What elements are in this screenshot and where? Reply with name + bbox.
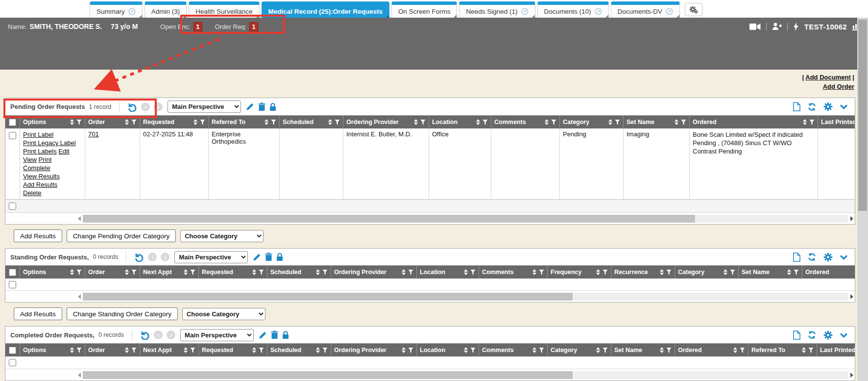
print-labels-link[interactable]: Print Labels xyxy=(23,148,57,155)
tab-admin[interactable]: Admin (3) xyxy=(145,1,187,18)
column-header[interactable]: Referred To xyxy=(209,116,280,128)
column-header[interactable]: Options xyxy=(20,116,85,128)
sort-icon[interactable] xyxy=(532,269,536,275)
select-all-checkbox[interactable] xyxy=(9,119,16,126)
popout-icon[interactable] xyxy=(521,8,529,15)
add-user-icon[interactable] xyxy=(772,23,782,30)
add-results-link[interactable]: Add Results xyxy=(23,181,57,188)
standing-choose-category-select[interactable]: Choose Category xyxy=(182,308,265,320)
column-header[interactable]: Options xyxy=(20,344,85,356)
perspective-select[interactable]: Main Perspective xyxy=(168,101,241,113)
column-header[interactable]: Requested xyxy=(199,344,267,356)
sort-icon[interactable] xyxy=(545,119,549,125)
undo-icon[interactable] xyxy=(127,102,137,112)
prev-page-button[interactable]: ‹ xyxy=(148,253,157,261)
change-pending-order-category-button[interactable]: Change Pending Order Category xyxy=(67,229,176,242)
pending-choose-category-select[interactable]: Choose Category xyxy=(180,230,264,242)
scroll-thumb[interactable] xyxy=(83,215,695,223)
column-header[interactable]: Options xyxy=(20,266,85,279)
page-vertical-scrollbar[interactable] xyxy=(857,18,868,381)
column-header[interactable]: Location xyxy=(417,266,479,279)
sort-icon[interactable] xyxy=(532,347,536,353)
select-all-checkbox[interactable] xyxy=(9,269,16,276)
lock-icon[interactable] xyxy=(269,102,276,111)
filter-icon[interactable] xyxy=(271,120,276,125)
column-header[interactable]: Order xyxy=(85,116,140,128)
filter-icon[interactable] xyxy=(190,270,195,275)
next-page-button[interactable]: › xyxy=(167,330,175,339)
view-results-link[interactable]: View Results xyxy=(23,173,60,180)
sort-icon[interactable] xyxy=(265,119,268,125)
sort-icon[interactable] xyxy=(476,119,480,125)
refresh-icon[interactable] xyxy=(807,253,817,261)
print-legacy-label-link[interactable]: Print Legacy Label xyxy=(23,139,76,147)
popout-icon[interactable] xyxy=(595,8,602,15)
column-header[interactable]: Set Name xyxy=(739,266,802,279)
scroll-left-icon[interactable] xyxy=(78,294,81,299)
gear-icon[interactable] xyxy=(823,102,833,111)
column-header[interactable]: Set Name xyxy=(624,116,690,128)
scroll-right-icon[interactable] xyxy=(850,216,853,221)
sort-icon[interactable] xyxy=(402,347,406,353)
sort-icon[interactable] xyxy=(660,269,664,275)
sort-icon[interactable] xyxy=(252,269,256,275)
column-header[interactable]: Frequency xyxy=(548,266,611,279)
column-header[interactable]: Comments xyxy=(479,266,548,279)
tab-settings-button[interactable] xyxy=(685,3,702,16)
add-document-link[interactable]: Add Document xyxy=(805,74,850,81)
chevron-down-icon[interactable] xyxy=(840,332,848,338)
filter-icon[interactable] xyxy=(615,120,620,125)
open-enc-badge[interactable]: 1 xyxy=(193,22,202,31)
pencil-icon[interactable] xyxy=(253,253,261,261)
sort-icon[interactable] xyxy=(184,269,188,275)
column-header[interactable]: Scheduled xyxy=(280,116,343,128)
sort-icon[interactable] xyxy=(414,119,418,125)
filter-icon[interactable] xyxy=(420,120,426,125)
print-link[interactable]: Print xyxy=(39,156,52,163)
perspective-select[interactable]: Main Perspective xyxy=(180,329,254,341)
trash-icon[interactable] xyxy=(258,102,265,111)
filter-icon[interactable] xyxy=(740,348,745,353)
column-header[interactable]: Last Printed/Fax xyxy=(818,116,855,128)
tab-summary[interactable]: Summary xyxy=(90,1,143,18)
sort-icon[interactable] xyxy=(125,347,129,353)
filter-icon[interactable] xyxy=(408,348,413,353)
column-header[interactable]: Ordered xyxy=(675,344,748,356)
pencil-icon[interactable] xyxy=(246,102,254,111)
filter-icon[interactable] xyxy=(76,348,82,353)
column-header[interactable]: Set Name xyxy=(611,344,675,356)
filter-icon[interactable] xyxy=(200,120,205,125)
column-header[interactable]: Location xyxy=(417,344,479,356)
sort-icon[interactable] xyxy=(787,269,791,275)
scroll-right-icon[interactable] xyxy=(850,294,853,299)
filter-icon[interactable] xyxy=(76,120,82,125)
filter-icon[interactable] xyxy=(259,270,264,275)
filter-icon[interactable] xyxy=(730,270,735,275)
column-header[interactable]: Referred To xyxy=(748,344,817,356)
sort-icon[interactable] xyxy=(193,119,197,125)
filter-icon[interactable] xyxy=(322,270,328,275)
new-document-icon[interactable] xyxy=(793,253,800,262)
column-header[interactable]: Ordering Provider xyxy=(331,344,417,356)
sort-icon[interactable] xyxy=(328,119,332,125)
scroll-right-icon[interactable] xyxy=(850,373,853,378)
scroll-thumb[interactable] xyxy=(858,20,867,211)
column-header[interactable]: Ordered xyxy=(690,116,818,128)
complete-link[interactable]: Complete xyxy=(23,164,50,172)
filter-icon[interactable] xyxy=(131,348,137,353)
sort-icon[interactable] xyxy=(675,119,678,125)
column-header[interactable]: Category xyxy=(675,266,739,279)
scroll-thumb[interactable] xyxy=(83,293,573,301)
sort-icon[interactable] xyxy=(596,347,600,353)
new-document-icon[interactable] xyxy=(793,330,800,340)
sort-icon[interactable] xyxy=(608,119,612,125)
column-header[interactable]: Next Appt xyxy=(140,344,199,356)
next-page-button[interactable]: › xyxy=(154,102,163,111)
sort-icon[interactable] xyxy=(125,119,129,125)
chevron-down-icon[interactable] xyxy=(840,104,848,109)
chevron-down-icon[interactable] xyxy=(840,254,848,260)
sort-icon[interactable] xyxy=(660,347,664,353)
filter-icon[interactable] xyxy=(551,120,556,125)
new-document-icon[interactable] xyxy=(793,102,800,111)
sort-icon[interactable] xyxy=(184,347,188,353)
